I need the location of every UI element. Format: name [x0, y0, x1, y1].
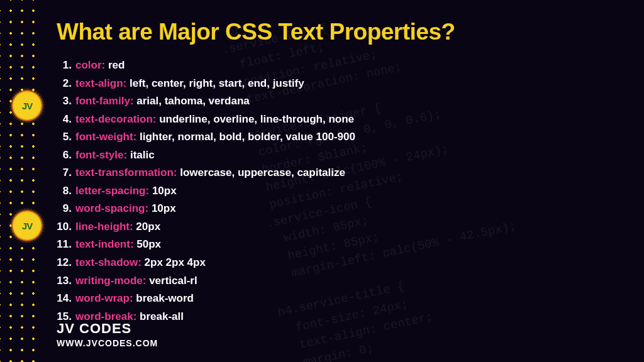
property-name: writing-mode:	[75, 275, 146, 287]
property-value: arial, tahoma, verdana	[136, 95, 250, 107]
list-item: letter-spacing: 10px	[57, 182, 610, 200]
list-item: text-align: left, center, right, start, …	[57, 75, 610, 93]
jv-logo-badge: JV	[13, 91, 42, 120]
list-item: font-weight: lighter, normal, bold, bold…	[57, 128, 610, 146]
list-item: color: red	[57, 57, 610, 75]
list-item: text-shadow: 2px 2px 4px	[57, 254, 610, 272]
property-name: text-align:	[75, 77, 126, 89]
property-value: left, center, right, start, end, justify	[130, 77, 304, 89]
list-item: word-spacing: 10px	[57, 200, 610, 218]
properties-list: color: red text-align: left, center, rig…	[57, 57, 610, 326]
property-value: 50px	[136, 238, 161, 250]
property-name: word-spacing:	[75, 202, 148, 214]
main-content: What are Major CSS Text Properties? colo…	[57, 19, 610, 326]
property-value: 20px	[136, 221, 160, 233]
property-value: 10px	[152, 202, 176, 214]
list-item: word-wrap: break-word	[57, 290, 610, 308]
list-item: font-style: italic	[57, 146, 610, 165]
property-name: letter-spacing:	[75, 185, 149, 197]
list-item: text-decoration: underline, overline, li…	[57, 111, 610, 129]
brand-url: WWW.JVCODES.COM	[57, 338, 158, 348]
property-name: font-family:	[75, 95, 134, 107]
list-item: text-indent: 50px	[57, 236, 610, 254]
property-value: vertical-rl	[149, 275, 197, 287]
property-value: break-word	[136, 292, 194, 304]
property-value: underline, overline, line-through, none	[159, 113, 354, 125]
brand-name: JV CODES	[57, 321, 158, 337]
jv-logo-badge: JV	[13, 211, 42, 240]
property-name: text-decoration:	[75, 113, 156, 125]
property-value: red	[108, 59, 125, 71]
page-title: What are Major CSS Text Properties?	[57, 19, 610, 45]
property-name: text-transformation:	[75, 167, 177, 178]
property-name: text-indent:	[75, 238, 134, 250]
property-name: text-shadow:	[75, 256, 142, 268]
property-name: font-style:	[75, 149, 127, 161]
list-item: font-family: arial, tahoma, verdana	[57, 92, 610, 111]
property-value: italic	[130, 149, 155, 161]
property-name: line-height:	[75, 221, 133, 233]
property-value: lowercase, uppercase, capitalize	[180, 167, 345, 178]
list-item: writing-mode: vertical-rl	[57, 272, 610, 290]
list-item: text-transformation: lowercase, uppercas…	[57, 164, 610, 182]
footer: JV CODES WWW.JVCODES.COM	[57, 321, 158, 348]
property-value: lighter, normal, bold, bolder, value 100…	[140, 131, 355, 143]
dot-pattern-decoration	[0, 0, 38, 362]
property-value: 10px	[152, 185, 177, 197]
list-item: line-height: 20px	[57, 218, 610, 236]
property-name: word-wrap:	[75, 292, 133, 304]
property-name: color:	[75, 59, 105, 71]
property-name: font-weight:	[75, 131, 136, 143]
property-value: 2px 2px 4px	[145, 256, 206, 268]
